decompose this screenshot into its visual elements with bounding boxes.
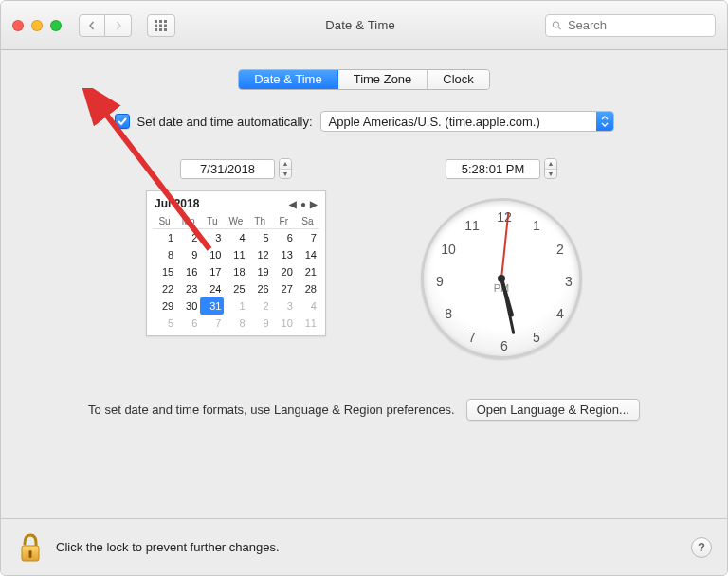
back-button[interactable] [79,14,105,37]
svg-rect-2 [164,20,167,23]
open-language-region-button[interactable]: Open Language & Region... [466,399,640,421]
date-time-panes: 7/31/2018 ▲ ▼ Jul 2018 ◀ ● ▶ [29,158,699,359]
clock-number: 8 [445,306,452,321]
stepper-up-icon: ▲ [280,159,291,170]
close-window-button[interactable] [12,20,24,31]
calendar-dow: Fr [272,214,296,229]
lock-icon[interactable] [16,531,45,565]
combo-expand-icon [596,112,613,131]
svg-rect-0 [155,20,157,23]
zoom-window-button[interactable] [50,20,62,31]
calendar-day[interactable]: 8 [153,246,176,263]
calendar-day[interactable]: 24 [200,280,224,297]
time-pane: 5:28:01 PM ▲ ▼ PM 121234567891011 [421,158,582,359]
clock-number: 2 [556,242,564,257]
calendar-prev-icon[interactable]: ◀ [289,199,297,209]
calendar-day[interactable]: 15 [153,263,176,280]
calendar-day[interactable]: 4 [224,229,247,246]
calendar-day[interactable]: 3 [272,297,296,315]
calendar-day[interactable]: 17 [200,263,224,280]
clock-number: 9 [436,274,444,289]
date-input[interactable]: 7/31/2018 [180,159,275,179]
tab-clock[interactable]: Clock [428,70,489,89]
clock-number: 12 [497,209,512,225]
calendar[interactable]: Jul 2018 ◀ ● ▶ SuMoTuWeThFrSa12345678910… [146,190,326,336]
calendar-day[interactable]: 12 [248,246,272,263]
titlebar: Date & Time [1,1,727,50]
window-controls [12,20,62,31]
calendar-next-icon[interactable]: ▶ [310,199,318,209]
bottom-bar: Click the lock to prevent further change… [1,518,727,575]
calendar-nav: ◀ ● ▶ [289,199,318,209]
tab-time-zone[interactable]: Time Zone [338,70,428,89]
forward-button[interactable] [105,14,132,37]
calendar-day[interactable]: 26 [248,280,272,297]
formats-hint-text: To set date and time formats, use Langua… [88,403,455,417]
date-stepper[interactable]: ▲ ▼ [279,158,292,179]
calendar-day[interactable]: 25 [224,280,247,297]
calendar-day[interactable]: 6 [272,229,296,246]
clock-number: 4 [556,306,564,321]
minimize-window-button[interactable] [31,20,43,31]
calendar-day[interactable]: 2 [248,297,272,315]
time-stepper-field: 5:28:01 PM ▲ ▼ [446,158,557,179]
calendar-day[interactable]: 8 [224,315,247,332]
calendar-day[interactable]: 23 [176,280,200,297]
calendar-dow: Mo [176,214,200,229]
calendar-day[interactable]: 5 [153,315,176,332]
calendar-day[interactable]: 9 [248,315,272,332]
auto-datetime-checkbox[interactable] [115,114,130,129]
calendar-day[interactable]: 22 [153,280,176,297]
time-input[interactable]: 5:28:01 PM [446,159,540,179]
calendar-grid: SuMoTuWeThFrSa12345678910111213141516171… [153,214,319,332]
calendar-day[interactable]: 29 [153,297,176,315]
clock-number: 5 [533,330,540,345]
calendar-day[interactable]: 16 [176,263,200,280]
time-server-combo[interactable]: Apple Americas/U.S. (time.apple.com.) [320,111,614,132]
analog-clock: PM 121234567891011 [421,198,582,359]
calendar-today-icon[interactable]: ● [300,199,306,209]
calendar-day[interactable]: 21 [296,263,319,280]
calendar-day[interactable]: 10 [272,315,296,332]
formats-hint-row: To set date and time formats, use Langua… [29,399,699,421]
calendar-day[interactable]: 13 [272,246,296,263]
calendar-day[interactable]: 19 [248,263,272,280]
calendar-day[interactable]: 9 [176,246,200,263]
auto-datetime-label: Set date and time automatically: [137,115,313,129]
calendar-day[interactable]: 6 [176,315,200,332]
svg-rect-7 [159,28,162,31]
calendar-day[interactable]: 7 [296,229,319,246]
calendar-day[interactable]: 31 [200,297,224,315]
calendar-day[interactable]: 1 [153,229,176,246]
svg-rect-6 [155,28,157,31]
calendar-day[interactable]: 1 [224,297,247,315]
clock-number: 7 [468,330,476,345]
time-stepper[interactable]: ▲ ▼ [544,158,557,179]
calendar-day[interactable]: 11 [224,246,247,263]
calendar-day[interactable]: 10 [200,246,224,263]
calendar-day[interactable]: 2 [176,229,200,246]
stepper-down-icon: ▼ [280,170,291,179]
calendar-day[interactable]: 14 [296,246,319,263]
calendar-day[interactable]: 11 [296,315,319,332]
auto-datetime-row: Set date and time automatically: Apple A… [29,111,699,132]
calendar-day[interactable]: 18 [224,263,247,280]
calendar-dow: Th [248,214,272,229]
calendar-day[interactable]: 3 [200,229,224,246]
calendar-day[interactable]: 30 [176,297,200,315]
date-stepper-field: 7/31/2018 ▲ ▼ [180,158,292,179]
calendar-day[interactable]: 5 [248,229,272,246]
search-input[interactable] [566,17,709,33]
calendar-day[interactable]: 28 [296,280,319,297]
show-all-button[interactable] [147,14,175,37]
clock-number: 6 [500,338,508,353]
calendar-day[interactable]: 7 [200,315,224,332]
calendar-day[interactable]: 27 [272,280,296,297]
calendar-day[interactable]: 20 [272,263,296,280]
svg-rect-8 [164,28,167,31]
tab-date-time[interactable]: Date & Time [239,70,338,89]
calendar-day[interactable]: 4 [296,297,319,315]
search-field[interactable] [545,14,716,37]
stepper-down-icon: ▼ [545,170,556,179]
help-button[interactable]: ? [691,537,712,558]
